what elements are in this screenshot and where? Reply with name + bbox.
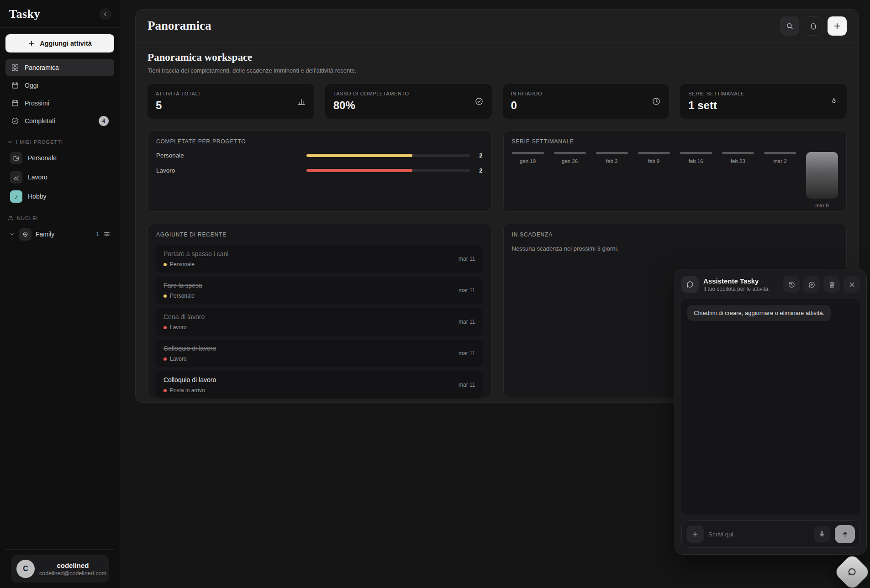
new-chat-button[interactable] <box>803 276 820 293</box>
task-project: Posta in arrivo <box>170 387 205 394</box>
chat-bubble-icon <box>681 276 699 293</box>
project-label: Hobby <box>28 193 46 200</box>
trend-chart-icon <box>10 171 22 184</box>
send-button[interactable] <box>835 525 855 543</box>
stat-card-overdue: IN RITARDO 0 <box>503 84 670 119</box>
stat-card-streak: SERIE SETTIMANALE 1 sett <box>680 84 847 119</box>
family-count: 1 <box>96 231 99 237</box>
week-label: feb 16 <box>689 158 703 164</box>
sliders-icon[interactable] <box>103 231 111 238</box>
avatar: C <box>16 560 35 578</box>
due-empty-message: Nessuna scadenza nei prossimi 3 giorni. <box>512 245 838 252</box>
task-title: Colloquio di lavoro <box>163 376 459 383</box>
week-bar <box>722 152 754 154</box>
assistant-input[interactable] <box>708 531 809 538</box>
project-bar-track <box>306 154 470 157</box>
week-bar <box>596 152 628 154</box>
close-icon <box>848 281 856 289</box>
sidebar-family-row[interactable]: Family 1 <box>5 225 114 243</box>
week-bar <box>554 152 586 154</box>
week-column: gen 26 <box>554 152 586 208</box>
stat-value: 80% <box>333 99 484 112</box>
stat-label: SERIE SETTIMANALE <box>688 91 838 96</box>
sidebar-project-personale[interactable]: Personale <box>5 148 114 168</box>
project-dot <box>163 326 167 329</box>
stat-value: 0 <box>511 99 661 112</box>
assistant-subtitle: Il tuo copilota per le attività. <box>703 286 770 292</box>
project-label: Personale <box>28 154 57 162</box>
calendar-icon <box>11 99 19 107</box>
search-button[interactable] <box>780 16 799 36</box>
sidebar-item-panoramica[interactable]: Panoramica <box>5 59 114 76</box>
week-label: feb 23 <box>731 158 745 164</box>
folder-icon <box>10 152 22 164</box>
week-bar <box>806 152 838 199</box>
sidebar-item-oggi[interactable]: Oggi <box>5 77 114 94</box>
add-task-label: Aggiungi attività <box>40 40 92 47</box>
task-title: Colloquio di lavoro <box>163 345 459 352</box>
sidebar-item-prossimi[interactable]: Prossimi <box>5 94 114 112</box>
sidebar: Tasky Aggiungi attività Panoramica Oggi <box>0 0 120 588</box>
task-row[interactable]: Fare la spesa Personale mar 11 <box>156 277 483 304</box>
new-task-button[interactable] <box>828 16 847 36</box>
sidebar-item-label: Oggi <box>25 82 38 89</box>
delete-chat-button[interactable] <box>823 276 840 293</box>
attach-button[interactable] <box>686 525 704 543</box>
project-bar-row: Personale 2 <box>156 152 483 159</box>
task-row[interactable]: Colloquio di lavoro Lavoro mar 11 <box>156 340 483 367</box>
project-bar-row: Lavoro 2 <box>156 167 483 174</box>
task-date: mar 11 <box>459 382 475 388</box>
weekly-streak-card: SERIE SETTIMANALE gen 19 gen 26 feb 2 fe… <box>503 131 847 212</box>
user-account-card[interactable]: C codelined codelined@codelined.com <box>11 555 109 583</box>
history-icon <box>788 281 796 289</box>
week-bar <box>764 152 796 154</box>
week-column: feb 9 <box>638 152 670 208</box>
week-column: feb 23 <box>722 152 754 208</box>
assistant-title: Assistente Tasky <box>703 277 770 285</box>
chevron-down-icon <box>7 139 13 145</box>
grid-icon <box>11 63 19 72</box>
trash-icon <box>828 281 836 289</box>
project-dot <box>163 294 167 298</box>
task-row[interactable]: Colloquio di lavoro Posta in arrivo mar … <box>156 371 483 399</box>
projects-section-header[interactable]: I MIEI PROGETTI <box>7 139 112 145</box>
stat-card-total: ATTIVITÀ TOTALI 5 <box>148 84 314 119</box>
sidebar-project-hobby[interactable]: ♪ Hobby <box>5 187 114 206</box>
nuclei-section-header[interactable]: NUCLEI <box>7 215 112 221</box>
guitar-icon: ♪ <box>10 190 22 203</box>
task-project: Personale <box>170 293 195 299</box>
bell-icon <box>809 22 817 30</box>
project-bar-value: 2 <box>470 167 483 174</box>
history-button[interactable] <box>783 276 800 293</box>
chevron-down-icon <box>9 231 15 237</box>
sidebar-project-lavoro[interactable]: Lavoro <box>5 168 114 187</box>
sidebar-collapse-button[interactable] <box>100 8 111 20</box>
microphone-button[interactable] <box>814 526 830 542</box>
workspace-subtitle: Tieni traccia dei completamenti, delle s… <box>148 67 847 74</box>
stats-row: ATTIVITÀ TOTALI 5 TASSO DI COMPLETAMENTO… <box>148 84 847 119</box>
task-row[interactable]: Portare a spasso i cani Personale mar 11 <box>156 245 483 273</box>
task-date: mar 11 <box>459 256 475 262</box>
notifications-button[interactable] <box>804 16 823 36</box>
project-bar-track <box>306 169 470 172</box>
week-label: feb 2 <box>606 158 618 164</box>
sidebar-item-label: Prossimi <box>25 100 49 107</box>
plus-icon <box>28 40 35 47</box>
sidebar-item-completati[interactable]: Completati 4 <box>5 112 114 130</box>
page-title: Panoramica <box>148 19 211 33</box>
project-dot <box>163 389 167 392</box>
chevron-left-icon <box>102 11 109 17</box>
bar-chart-icon <box>297 97 306 106</box>
task-project: Personale <box>170 261 195 268</box>
stat-value: 1 sett <box>688 99 838 112</box>
task-row[interactable]: Cena di lavoro Lavoro mar 11 <box>156 308 483 336</box>
week-label: gen 19 <box>520 158 536 164</box>
week-column: mar 9 <box>806 152 838 208</box>
close-assistant-button[interactable] <box>844 276 860 293</box>
project-dot <box>163 357 167 361</box>
plus-icon <box>833 22 841 30</box>
task-date: mar 11 <box>459 350 475 357</box>
week-column: feb 16 <box>680 152 712 208</box>
task-project: Lavoro <box>170 356 187 362</box>
add-task-button[interactable]: Aggiungi attività <box>5 34 114 52</box>
